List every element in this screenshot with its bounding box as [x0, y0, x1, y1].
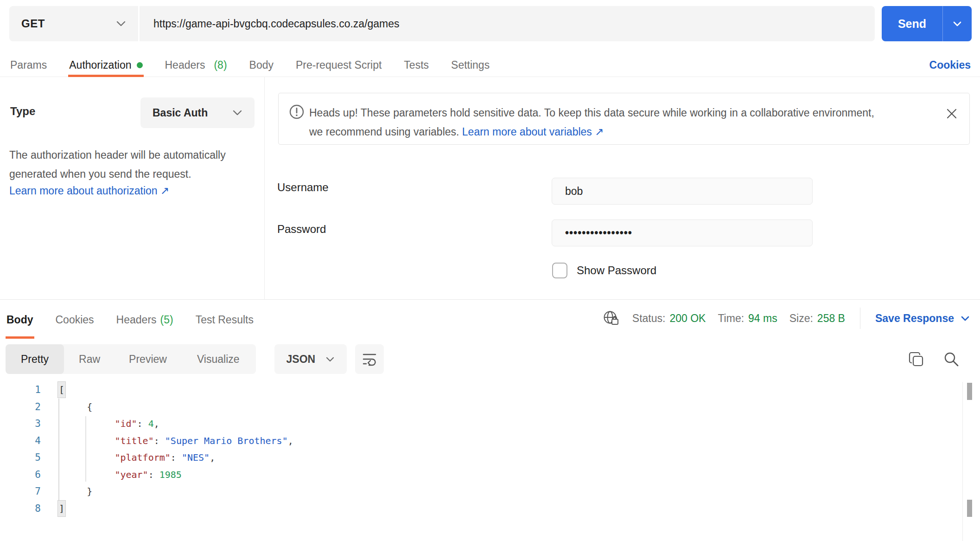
code-line: 5 "platform": "NES",: [0, 449, 980, 466]
link-label: Learn more about variables: [462, 126, 592, 138]
show-password-label: Show Password: [577, 264, 656, 277]
code-line: 3 "id": 4,: [0, 415, 980, 432]
tab-label: Headers: [116, 314, 157, 326]
send-options-button[interactable]: [943, 6, 972, 41]
auth-type-panel: Type Basic Auth The authorization header…: [0, 77, 265, 299]
status-label: Status:: [632, 312, 666, 325]
globe-lock-icon[interactable]: [603, 309, 620, 328]
line-number: 5: [0, 452, 41, 463]
method-select[interactable]: GET: [9, 6, 140, 41]
time-value: 94 ms: [748, 312, 777, 325]
auth-type-label: Type: [10, 105, 35, 118]
username-value: bob: [565, 185, 583, 198]
format-value: JSON: [286, 353, 316, 366]
request-url-row: GET https://game-api-bvgcbq.codecapsules…: [9, 6, 972, 41]
response-format-select[interactable]: JSON: [274, 344, 347, 374]
tab-label: Settings: [451, 59, 490, 71]
chevron-down-icon: [116, 20, 126, 27]
tab-label: Test Results: [196, 314, 254, 326]
url-input[interactable]: https://game-api-bvgcbq.codecapsules.co.…: [140, 6, 875, 41]
tab-headers[interactable]: Headers(8): [164, 53, 228, 77]
show-password-checkbox[interactable]: [552, 263, 567, 278]
wrap-text-button[interactable]: [355, 344, 384, 374]
view-mode-raw[interactable]: Raw: [64, 344, 115, 374]
code-line: 7 }: [0, 483, 980, 500]
size-label: Size:: [789, 312, 813, 325]
view-mode-segmented-control: Pretty Raw Preview Visualize: [6, 344, 256, 374]
username-input[interactable]: bob: [552, 178, 813, 205]
time-label: Time:: [718, 312, 744, 325]
code-line: 6 "year": 1985: [0, 466, 980, 483]
copy-response-button[interactable]: [908, 350, 924, 368]
scrollbar-thumb[interactable]: [967, 500, 972, 517]
send-button-group: Send: [882, 6, 972, 41]
line-number: 8: [0, 503, 41, 514]
external-link-icon: ↗: [160, 185, 169, 197]
line-number: 3: [0, 418, 41, 429]
tab-label: Authorization: [69, 59, 131, 71]
code-line-content: "title": "Super Mario Brothers",: [59, 435, 293, 446]
close-warning-button[interactable]: [945, 107, 958, 120]
line-number: 2: [0, 401, 41, 412]
view-mode-preview[interactable]: Preview: [115, 344, 181, 374]
status-pair: Status: 200 OK: [632, 312, 706, 325]
view-mode-visualize[interactable]: Visualize: [181, 344, 256, 374]
response-header: Body Cookies Headers(5) Test Results: [0, 300, 980, 340]
warning-line2: we recommend using variables.: [309, 126, 462, 138]
status-value: 200 OK: [669, 312, 706, 325]
scrollbar-thumb[interactable]: [967, 383, 972, 400]
tab-prerequest-script[interactable]: Pre-request Script: [295, 53, 382, 77]
tab-settings[interactable]: Settings: [450, 53, 490, 77]
line-number: 4: [0, 435, 41, 446]
green-dot-indicator: [137, 62, 143, 68]
time-pair: Time: 94 ms: [718, 312, 777, 325]
tab-label: Cookies: [56, 314, 94, 326]
search-icon: [943, 351, 960, 367]
code-line: 1[: [0, 381, 980, 399]
response-headers-count-badge: (5): [160, 314, 173, 326]
learn-variables-link[interactable]: Learn more about variables ↗: [462, 126, 604, 138]
tab-body[interactable]: Body: [248, 53, 274, 77]
tab-label: Body: [6, 314, 33, 326]
view-mode-pretty[interactable]: Pretty: [6, 344, 64, 374]
auth-type-value: Basic Auth: [153, 107, 208, 119]
method-value: GET: [21, 17, 45, 30]
chevron-down-icon: [325, 356, 335, 362]
tab-label: Pre-request Script: [296, 59, 382, 71]
save-response-button[interactable]: Save Response: [875, 312, 970, 325]
tab-label: Params: [10, 59, 47, 71]
text-wrap-icon: [362, 351, 377, 367]
tab-tests[interactable]: Tests: [403, 53, 430, 77]
copy-icon: [908, 351, 924, 367]
response-body-editor[interactable]: 1[2 {3 "id": 4,4 "title": "Super Mario B…: [0, 378, 980, 541]
code-line-content: }: [59, 486, 92, 497]
api-client-window: GET https://game-api-bvgcbq.codecapsules…: [0, 0, 980, 541]
response-tab-cookies[interactable]: Cookies: [55, 300, 95, 340]
warning-icon: [289, 104, 305, 120]
code-line: 8]: [0, 500, 980, 517]
cookies-link[interactable]: Cookies: [929, 53, 971, 77]
size-pair: Size: 258 B: [789, 312, 845, 325]
tab-params[interactable]: Params: [9, 53, 48, 77]
search-response-button[interactable]: [943, 350, 960, 368]
url-bar: GET https://game-api-bvgcbq.codecapsules…: [9, 6, 875, 41]
response-tab-headers[interactable]: Headers(5): [115, 300, 174, 340]
response-tab-body[interactable]: Body: [6, 300, 34, 340]
password-input[interactable]: ••••••••••••••••: [552, 219, 813, 246]
tab-label: Headers: [165, 59, 205, 71]
learn-authorization-link[interactable]: Learn more about authorization ↗: [9, 185, 169, 197]
send-button[interactable]: Send: [882, 6, 942, 41]
chevron-down-icon: [232, 109, 242, 116]
warning-text: Heads up! These parameters hold sensitiv…: [309, 103, 929, 142]
vertical-divider: [860, 308, 860, 329]
tab-label: Body: [249, 59, 274, 71]
tab-authorization[interactable]: Authorization: [68, 53, 143, 77]
chevron-down-icon: [961, 316, 970, 322]
size-value: 258 B: [817, 312, 845, 325]
response-tab-test-results[interactable]: Test Results: [195, 300, 255, 340]
line-number: 7: [0, 486, 41, 497]
request-tabs: Params Authorization Headers(8) Body Pre…: [0, 53, 980, 77]
code-line: 4 "title": "Super Mario Brothers",: [0, 432, 980, 450]
line-number: 1: [0, 384, 41, 395]
auth-type-select[interactable]: Basic Auth: [140, 97, 255, 128]
